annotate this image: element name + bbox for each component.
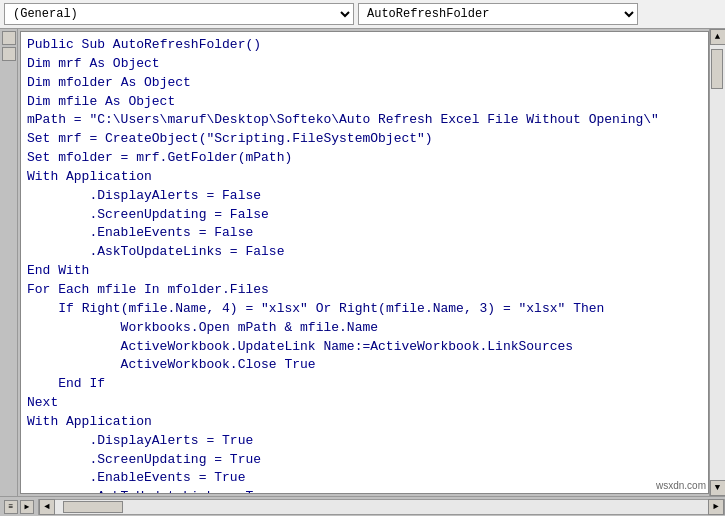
scroll-thumb-horizontal[interactable] [63, 501, 123, 513]
watermark: wsxdn.com [656, 480, 706, 491]
vertical-scrollbar[interactable]: ▲ ▼ [709, 29, 725, 496]
procedure-dropdown[interactable]: AutoRefreshFolder [358, 3, 638, 25]
scroll-left-arrow[interactable]: ◄ [39, 499, 55, 515]
scroll-track-horizontal[interactable] [55, 500, 708, 514]
bottom-icon-1[interactable]: ≡ [4, 500, 18, 514]
general-dropdown[interactable]: (General) [4, 3, 354, 25]
scroll-up-arrow[interactable]: ▲ [710, 29, 726, 45]
side-button-1[interactable] [2, 31, 16, 45]
bottom-bar: ≡ ▶ ◄ ► [0, 496, 725, 516]
side-button-2[interactable] [2, 47, 16, 61]
toolbar: (General) AutoRefreshFolder [0, 0, 725, 29]
code-content: Public Sub AutoRefreshFolder() Dim mrf A… [21, 32, 708, 493]
scroll-track-vertical[interactable] [710, 45, 725, 480]
side-panel [0, 29, 18, 496]
scroll-down-arrow[interactable]: ▼ [710, 480, 726, 496]
scroll-right-arrow[interactable]: ► [708, 499, 724, 515]
bottom-icon-2[interactable]: ▶ [20, 500, 34, 514]
code-editor[interactable]: Public Sub AutoRefreshFolder() Dim mrf A… [20, 31, 709, 494]
bottom-icons: ≡ ▶ [0, 500, 38, 514]
scroll-thumb-vertical[interactable] [711, 49, 723, 89]
horizontal-scrollbar[interactable]: ◄ ► [38, 499, 725, 515]
main-area: Public Sub AutoRefreshFolder() Dim mrf A… [0, 29, 725, 496]
